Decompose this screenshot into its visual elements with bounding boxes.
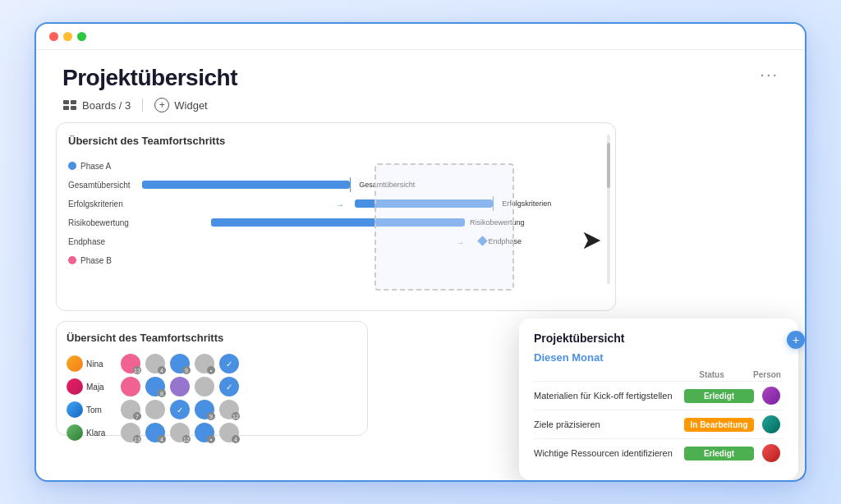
gantt-row-end: Endphase → Endphase <box>68 232 604 250</box>
nav-divider <box>142 99 143 112</box>
col-headers: Status Person <box>534 370 784 379</box>
phase-b-label: Phase B <box>68 256 142 265</box>
phase-b-chart <box>142 253 604 268</box>
tom-count-5: 12 <box>232 412 240 420</box>
member-row-tom: Tom 7 ✓ 9 12 <box>67 400 357 419</box>
risiko-chart: Risikobewertung <box>142 215 604 230</box>
tom-count-4: 9 <box>207 412 215 420</box>
minimize-dot[interactable] <box>63 32 72 41</box>
task-1-person <box>759 387 784 405</box>
widget-label: Widget <box>174 99 207 112</box>
tom-dot-2 <box>145 400 165 419</box>
task-3-person <box>759 444 784 462</box>
nina-count-1: 13 <box>133 366 141 374</box>
klara-count-2: 4 <box>158 435 166 443</box>
gantt-title: Übersicht des Teamfortschritts <box>68 135 604 147</box>
task-3-status: Erledigt <box>684 447 754 460</box>
klara-dot-3: 12 <box>170 423 190 442</box>
klara-info: Klara <box>67 424 116 441</box>
tom-dot-5: 12 <box>219 400 239 419</box>
maja-dot-5: ✓ <box>219 377 239 396</box>
more-menu-icon[interactable]: ··· <box>760 65 779 84</box>
klara-count-4: • <box>207 435 215 443</box>
maja-info: Maja <box>67 378 116 395</box>
task-3-name: Wichtige Ressourcen identifizieren <box>534 448 679 458</box>
nina-name: Nina <box>86 360 103 369</box>
app-nav: Boards / 3 + Widget <box>36 98 805 122</box>
maja-count-2: 8 <box>158 389 166 397</box>
task-2-person <box>759 415 784 433</box>
cursor-arrow <box>581 229 604 255</box>
gantt-panel: Übersicht des Teamfortschritts Phase A G… <box>56 122 616 311</box>
maja-dot-2: 8 <box>145 377 165 396</box>
risiko-label: Risikobewertung <box>68 218 142 227</box>
boards-label[interactable]: Boards / 3 <box>82 99 131 112</box>
col-spacer <box>534 370 673 379</box>
col-person-header: Person <box>751 370 784 379</box>
erfolg-arrow: → <box>336 200 344 209</box>
maximize-dot[interactable] <box>77 32 86 41</box>
gesamt-bar <box>142 181 350 189</box>
maja-avatar <box>67 378 83 395</box>
task-row-1: Materialien für Kick-off fertigstellen E… <box>534 381 784 410</box>
floating-card-title: Projektübersicht <box>534 332 784 345</box>
phase-a-text: Phase A <box>80 162 111 171</box>
gantt-phase-b-row: Phase B <box>68 251 604 269</box>
phase-a-label: Phase A <box>68 162 142 171</box>
end-label: Endphase <box>68 237 142 246</box>
nina-dot-2: 4 <box>145 354 165 373</box>
dashed-placeholder <box>375 163 514 291</box>
gesamt-vline <box>350 177 351 192</box>
tom-count-1: 7 <box>133 412 141 420</box>
scrollbar-thumb <box>607 143 610 188</box>
maja-check: ✓ <box>226 383 232 392</box>
klara-count-1: 13 <box>133 435 141 443</box>
member-row-nina: Nina 13 4 9 • <box>67 354 357 373</box>
tom-name: Tom <box>86 405 102 415</box>
phase-a-chart <box>142 158 604 173</box>
tom-check: ✓ <box>177 405 183 415</box>
phase-b-text: Phase B <box>80 256 112 265</box>
maja-dot-4 <box>195 377 214 396</box>
klara-count-3: 12 <box>182 435 191 443</box>
task-row-3: Wichtige Ressourcen identifizieren Erled… <box>534 438 784 467</box>
close-dot[interactable] <box>49 32 58 41</box>
app-content: Projektübersicht ··· Boards / 3 + Widget… <box>36 50 805 480</box>
task-1-status: Erledigt <box>684 389 754 403</box>
gantt-row-erfolg: Erfolgskriterien → Erfolgskriterien <box>68 195 604 213</box>
maja-dot-3 <box>170 377 190 396</box>
erfolg-label: Erfolgskriterien <box>68 199 142 208</box>
nina-info: Nina <box>67 355 116 372</box>
nina-check: ✓ <box>226 360 232 369</box>
klara-dot-4: • <box>195 423 214 442</box>
klara-dot-5: 4 <box>219 423 239 442</box>
svg-rect-3 <box>71 106 76 110</box>
phase-b-dot <box>68 256 76 264</box>
nina-dot-5: ✓ <box>219 354 239 373</box>
klara-count-5: 4 <box>232 435 240 443</box>
task-row-2: Ziele präzisieren In Bearbeitung <box>534 410 784 438</box>
svg-rect-2 <box>63 106 69 110</box>
team-panel: Übersicht des Teamfortschritts Nina 13 <box>56 321 368 436</box>
nina-dot-3: 9 <box>170 354 190 373</box>
member-row-maja: Maja 8 ✓ <box>67 377 357 396</box>
gantt-row-gesamt: Gesamtübersicht Gesamtübersicht <box>68 176 604 194</box>
col-status-header: Status <box>673 370 751 379</box>
scrollbar-track <box>607 135 610 284</box>
gesamt-chart: Gesamtübersicht <box>142 177 604 192</box>
plus-add-button[interactable]: + <box>787 331 805 349</box>
svg-marker-4 <box>582 231 602 250</box>
tom-avatar <box>67 401 83 418</box>
klara-dot-2: 4 <box>145 423 165 442</box>
window-controls <box>49 32 86 41</box>
app-header: Projektübersicht ··· <box>36 50 805 98</box>
nina-count-3: 9 <box>182 366 191 374</box>
floating-card-month: Diesen Monat <box>534 351 784 364</box>
task-2-avatar <box>762 415 780 433</box>
maja-dot-1 <box>121 377 140 396</box>
add-widget-icon[interactable]: + <box>154 98 169 112</box>
boards-icon <box>62 99 77 111</box>
tom-dot-4: 9 <box>195 400 214 419</box>
browser-window: Projektübersicht ··· Boards / 3 + Widget… <box>34 22 807 482</box>
page-title: Projektübersicht <box>62 65 237 91</box>
